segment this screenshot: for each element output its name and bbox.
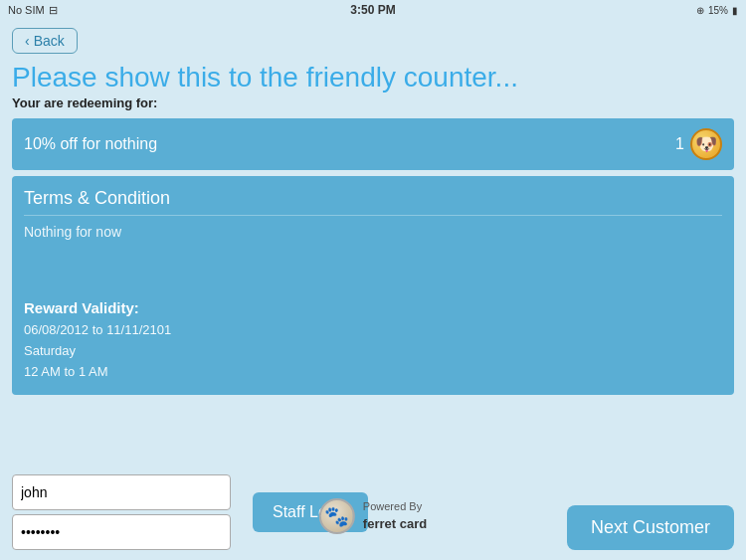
page-title: Please show this to the friendly counter…	[12, 62, 734, 93]
validity-section: Reward Validity: 06/08/2012 to 11/11/210…	[24, 299, 722, 382]
validity-title: Reward Validity:	[24, 299, 722, 316]
status-bar-right: ⊕ 15% ▮	[696, 5, 738, 16]
status-bar: No SIM ⊟ 3:50 PM ⊕ 15% ▮	[0, 0, 746, 20]
terms-box: Terms & Condition Nothing for now Reward…	[12, 176, 734, 395]
redeeming-label: Your are redeeming for:	[12, 95, 734, 110]
promo-badge: 1 🐶	[675, 128, 722, 160]
battery-icon: ▮	[732, 5, 738, 16]
terms-title: Terms & Condition	[24, 188, 722, 216]
powered-by-inner: 🐾 Powered By ferret card	[319, 498, 427, 534]
powered-by-text: Powered By	[363, 500, 422, 512]
validity-date-range: 06/08/2012 to 11/11/2101	[24, 320, 722, 341]
promo-text: 10% off for nothing	[24, 135, 157, 153]
promo-bar: 10% off for nothing 1 🐶	[12, 118, 734, 170]
username-input[interactable]	[12, 474, 231, 510]
back-button[interactable]: ‹ Back	[12, 28, 78, 54]
validity-time: 12 AM to 1 AM	[24, 362, 722, 383]
next-customer-label: Next Customer	[591, 517, 710, 537]
powered-text: Powered By ferret card	[363, 499, 427, 533]
login-section: Staff Login	[12, 474, 368, 550]
battery-text: 15%	[708, 5, 728, 16]
terms-content: Nothing for now	[24, 224, 722, 240]
status-bar-time: 3:50 PM	[350, 3, 395, 17]
powered-by: 🐾 Powered By ferret card	[319, 498, 427, 534]
wifi-icon: ⊟	[49, 4, 58, 17]
brand-name: ferret card	[363, 515, 427, 533]
location-icon: ⊕	[696, 5, 704, 16]
ferret-avatar: 🐾	[319, 498, 355, 534]
back-label: Back	[34, 33, 65, 49]
validity-day: Saturday	[24, 341, 722, 362]
next-customer-button[interactable]: Next Customer	[567, 505, 734, 550]
coin-icon: 🐶	[690, 128, 722, 160]
carrier-text: No SIM	[8, 4, 45, 16]
main-content: ‹ Back Please show this to the friendly …	[0, 20, 746, 411]
status-bar-left: No SIM ⊟	[8, 4, 58, 17]
login-fields	[12, 474, 231, 550]
password-input[interactable]	[12, 514, 231, 550]
chevron-left-icon: ‹	[25, 33, 30, 49]
promo-count: 1	[675, 135, 684, 153]
